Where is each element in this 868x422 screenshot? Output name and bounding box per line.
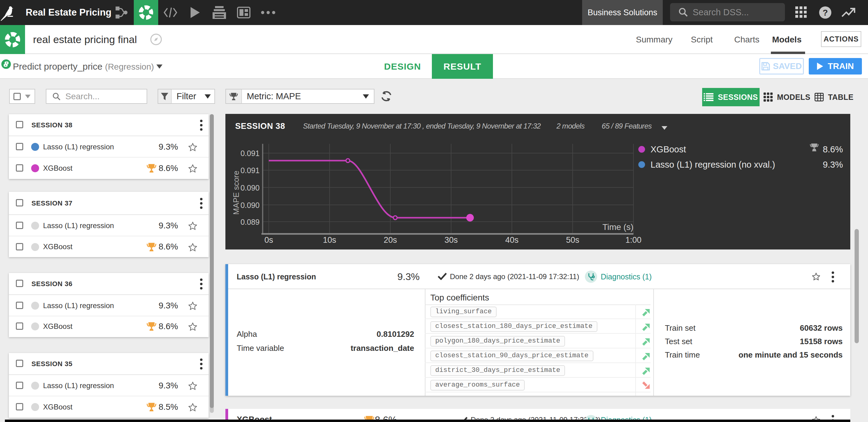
svg-text:0.090: 0.090 (240, 184, 259, 192)
svg-text:9.3%: 9.3% (823, 160, 843, 169)
svg-text:20s: 20s (383, 235, 397, 245)
svg-text:30s: 30s (444, 235, 458, 245)
svg-text:50s: 50s (566, 235, 579, 245)
svg-text:0.089: 0.089 (240, 218, 259, 226)
svg-text:0.091: 0.091 (240, 166, 259, 175)
svg-text:40s: 40s (505, 235, 519, 245)
svg-text:XGBoost: XGBoost (651, 144, 686, 154)
svg-text:10s: 10s (323, 235, 336, 245)
svg-text:1:00: 1:00 (625, 235, 642, 245)
svg-text:8.6%: 8.6% (823, 144, 843, 154)
svg-text:Time (s): Time (s) (602, 222, 633, 232)
svg-text:0s: 0s (265, 235, 273, 245)
svg-text:0.091: 0.091 (240, 149, 259, 158)
svg-text:0.090: 0.090 (240, 201, 259, 209)
svg-text:?: ? (823, 8, 828, 18)
svg-text:MAPE score: MAPE score (231, 171, 241, 215)
svg-text:Lasso (L1) regression (no xval: Lasso (L1) regression (no xval.) (651, 160, 775, 169)
